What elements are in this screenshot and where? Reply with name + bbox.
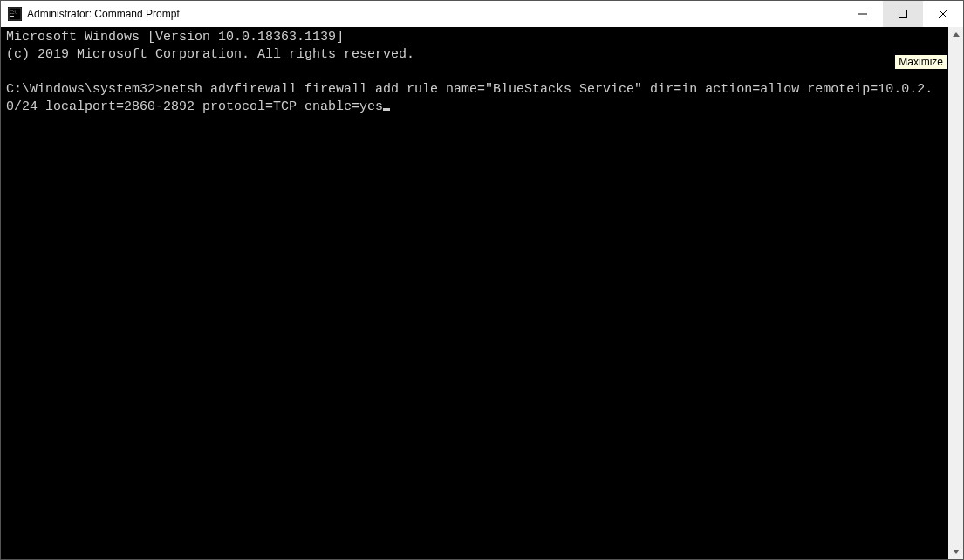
window-controls [843, 1, 963, 27]
cursor-icon [383, 108, 390, 111]
svg-text:C:\: C:\ [10, 10, 17, 15]
command-prompt-window: C:\ Administrator: Command Prompt Micros… [0, 0, 964, 560]
svg-rect-5 [899, 10, 907, 18]
scroll-down-icon[interactable] [948, 544, 963, 559]
terminal-line: (c) 2019 Microsoft Corporation. All righ… [6, 47, 414, 62]
scroll-track[interactable] [948, 42, 963, 544]
minimize-button[interactable] [843, 1, 883, 27]
vertical-scrollbar[interactable] [948, 27, 963, 559]
window-title: Administrator: Command Prompt [27, 8, 843, 20]
titlebar[interactable]: C:\ Administrator: Command Prompt [1, 1, 963, 27]
maximize-tooltip: Maximize [894, 54, 947, 70]
close-button[interactable] [923, 1, 963, 27]
prompt-path: C:\Windows\system32> [6, 82, 163, 97]
cmd-icon: C:\ [8, 7, 22, 21]
client-area: Microsoft Windows [Version 10.0.18363.11… [1, 27, 963, 559]
maximize-button[interactable] [883, 1, 923, 27]
svg-rect-3 [10, 16, 14, 17]
terminal-output[interactable]: Microsoft Windows [Version 10.0.18363.11… [1, 27, 948, 559]
svg-marker-9 [953, 550, 960, 554]
svg-marker-8 [953, 32, 960, 37]
terminal-line: Microsoft Windows [Version 10.0.18363.11… [6, 30, 344, 44]
scroll-up-icon[interactable] [948, 27, 963, 42]
